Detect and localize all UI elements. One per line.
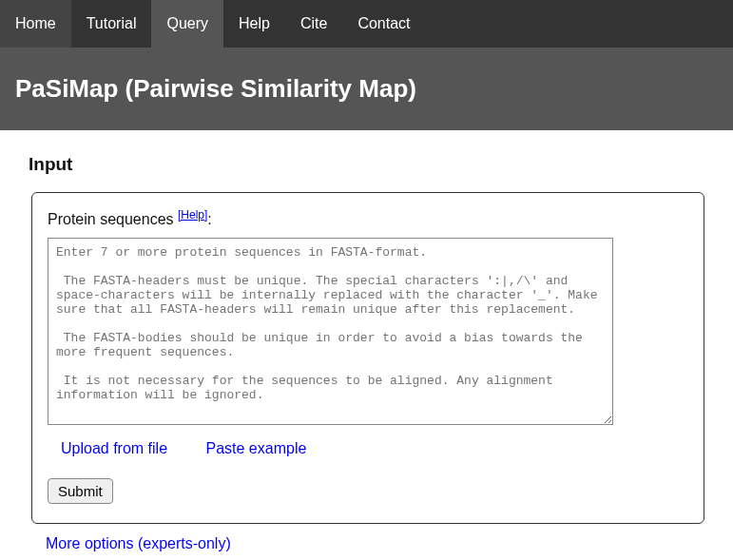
sequence-label-text: Protein sequences — [48, 211, 178, 227]
nav-item-contact[interactable]: Contact — [342, 0, 425, 48]
sequence-label-colon: : — [207, 211, 211, 227]
input-box: Protein sequences [Help]: Upload from fi… — [31, 192, 704, 524]
help-link[interactable]: [Help] — [178, 208, 207, 222]
title-bar: PaSiMap (Pairwise Similarity Map) — [0, 48, 733, 130]
paste-example-link[interactable]: Paste example — [206, 440, 307, 456]
content: Input Protein sequences [Help]: Upload f… — [0, 130, 733, 560]
nav-item-tutorial[interactable]: Tutorial — [71, 0, 152, 48]
navbar: Home Tutorial Query Help Cite Contact — [0, 0, 733, 48]
upload-from-file-link[interactable]: Upload from file — [61, 440, 167, 456]
nav-item-home[interactable]: Home — [0, 0, 71, 48]
nav-item-query[interactable]: Query — [151, 0, 223, 48]
page-title: PaSiMap (Pairwise Similarity Map) — [15, 74, 718, 104]
submit-button[interactable]: Submit — [48, 478, 113, 504]
sequence-textarea[interactable] — [48, 238, 613, 425]
more-options-link[interactable]: More options (experts-only) — [46, 535, 231, 552]
sequence-label: Protein sequences [Help]: — [48, 208, 688, 228]
nav-item-cite[interactable]: Cite — [285, 0, 342, 48]
nav-item-help[interactable]: Help — [223, 0, 285, 48]
link-row: Upload from file Paste example — [48, 440, 688, 457]
section-title-input: Input — [29, 154, 704, 175]
